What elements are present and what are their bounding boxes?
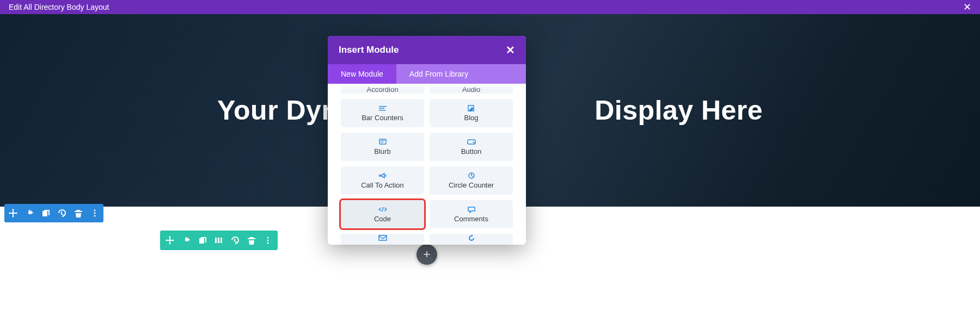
delete-icon[interactable] [74,209,83,217]
more-icon[interactable] [90,209,99,217]
svg-point-9 [267,240,269,241]
modal-title: Insert Module [339,45,399,55]
edit-icon [467,104,476,112]
svg-rect-17 [381,142,383,142]
svg-rect-11 [379,106,387,107]
comment-icon [467,206,476,213]
module-label: Blog [464,114,478,122]
svg-rect-5 [215,238,217,243]
more-icon[interactable] [264,236,272,245]
svg-point-10 [267,242,269,244]
module-code[interactable]: Code [341,200,424,228]
button-icon [467,138,476,146]
module-circle-counter[interactable]: Circle Counter [430,166,513,195]
svg-point-3 [94,215,96,217]
save-icon[interactable] [58,209,66,217]
rotate-icon [467,234,476,241]
module-call-to-action[interactable]: Call To Action [341,166,424,195]
module-label: Circle Counter [449,181,494,189]
module-label: Comments [454,215,488,223]
module-grid: Accordion Audio Bar Counters Blog Blurb … [341,84,513,245]
svg-rect-15 [379,139,386,144]
module-label: Accordion [367,85,399,94]
module-comments[interactable]: Comments [430,200,513,228]
module-partial-mail[interactable] [341,234,424,245]
columns-icon[interactable] [215,236,223,245]
module-label: Blurb [374,147,390,156]
svg-rect-0 [42,211,47,216]
module-label: Button [461,147,482,156]
duplicate-icon[interactable] [41,209,50,217]
code-icon [378,206,388,213]
modal-body: Accordion Audio Bar Counters Blog Blurb … [328,84,526,245]
svg-rect-7 [220,238,222,243]
mail-icon [378,234,388,241]
svg-rect-16 [381,140,385,141]
module-button[interactable]: Button [430,133,513,161]
duplicate-icon[interactable] [198,236,207,245]
gear-icon[interactable] [182,236,191,245]
bars-icon [378,104,388,112]
save-icon[interactable] [231,236,240,245]
svg-point-1 [94,210,96,212]
hero-title-right: Display Here [595,95,763,126]
top-bar: Edit All Directory Body Layout ✕ [0,0,980,14]
close-editor-button[interactable]: ✕ [963,2,971,12]
gear-icon[interactable] [25,209,34,217]
svg-point-2 [94,213,96,214]
svg-point-8 [267,237,269,239]
modal-header: Insert Module ✕ [328,36,526,64]
module-label: Bar Counters [362,114,403,122]
module-accordion[interactable]: Accordion [341,84,424,94]
module-blurb[interactable]: Blurb [341,133,424,161]
module-partial-rotate[interactable] [430,234,513,245]
svg-rect-13 [379,110,385,111]
move-icon[interactable] [166,236,174,245]
move-icon[interactable] [9,209,17,217]
modal-tabs: New Module Add From Library [328,64,526,84]
megaphone-icon [378,172,388,179]
module-bar-counters[interactable]: Bar Counters [341,99,424,127]
svg-rect-20 [379,235,387,240]
module-audio[interactable]: Audio [430,84,513,94]
module-label: Audio [462,85,480,94]
page-title: Edit All Directory Body Layout [9,3,109,11]
blurb-icon [378,138,388,146]
module-label: Call To Action [361,181,404,189]
row-toolbar [160,231,278,250]
delete-icon[interactable] [247,236,256,245]
svg-rect-12 [379,108,384,109]
insert-module-modal: Insert Module ✕ New Module Add From Libr… [328,36,526,245]
add-section-button[interactable]: + [416,244,437,265]
tab-new-module[interactable]: New Module [328,64,396,84]
tab-add-from-library[interactable]: Add From Library [396,64,526,84]
circle-icon [467,172,476,179]
module-label: Code [374,215,391,223]
close-modal-button[interactable]: ✕ [506,43,515,57]
module-blog[interactable]: Blog [430,99,513,127]
svg-rect-4 [199,238,204,244]
svg-rect-6 [218,238,219,243]
section-toolbar [4,204,103,222]
